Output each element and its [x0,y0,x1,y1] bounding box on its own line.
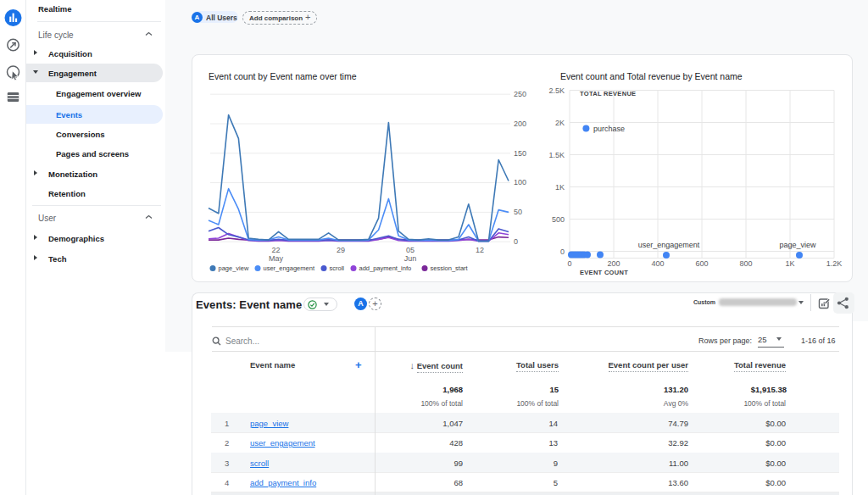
svg-text:page_view: page_view [219,264,249,272]
svg-text:session_start: session_start [431,264,469,272]
svg-text:scroll: scroll [330,264,345,272]
svg-text:add_payment_info: add_payment_info [359,264,412,272]
svg-text:user_engagement: user_engagement [264,264,315,272]
